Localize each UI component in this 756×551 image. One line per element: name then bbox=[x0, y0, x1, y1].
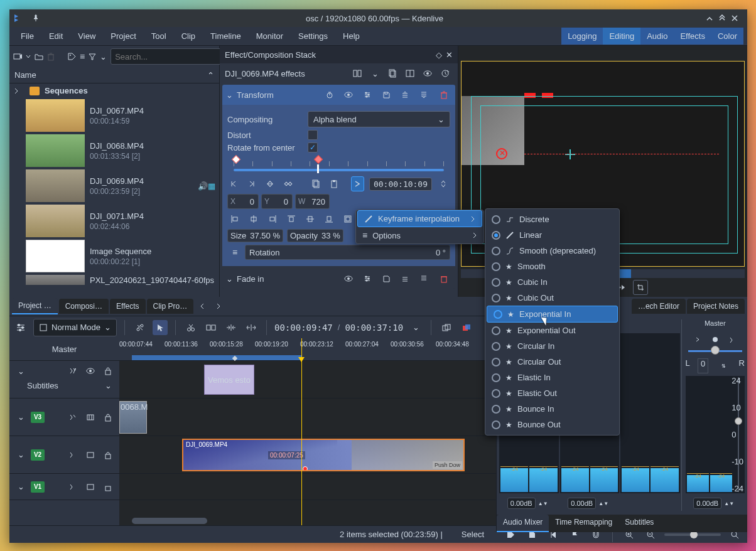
spacer-in-icon[interactable] bbox=[224, 320, 239, 335]
menu-settings[interactable]: Settings bbox=[291, 29, 335, 43]
db-field[interactable]: 0.00dB bbox=[507, 498, 536, 509]
effect-menu[interactable] bbox=[367, 66, 382, 81]
channel-mono-icon[interactable] bbox=[708, 332, 723, 347]
delete-effect-icon[interactable] bbox=[436, 271, 451, 286]
tab-compositions[interactable]: Composi… bbox=[59, 299, 109, 314]
move-up-icon[interactable] bbox=[397, 87, 413, 102]
bin-item[interactable]: Image Sequence 00:00:00:22 [1] bbox=[9, 238, 219, 274]
copy-effect-icon[interactable] bbox=[385, 66, 400, 81]
select-tool-icon[interactable] bbox=[153, 320, 168, 335]
interp-discrete[interactable]: Discrete bbox=[485, 211, 619, 227]
menu-edit[interactable]: Edit bbox=[41, 29, 70, 43]
close-button[interactable] bbox=[731, 14, 743, 22]
move-down-icon[interactable] bbox=[416, 87, 431, 102]
menu-monitor[interactable]: Monitor bbox=[249, 29, 291, 43]
v3-badge[interactable]: V3 bbox=[31, 412, 45, 423]
x-field[interactable]: X0 bbox=[227, 194, 259, 209]
menu-view[interactable]: View bbox=[70, 29, 103, 43]
color-overlay-icon[interactable] bbox=[459, 320, 474, 335]
timeline-settings-icon[interactable] bbox=[13, 320, 28, 335]
menu-help[interactable]: Help bbox=[335, 29, 367, 43]
filter-button[interactable] bbox=[89, 49, 96, 64]
interp-exponential-in[interactable]: Exponential In bbox=[487, 306, 618, 323]
tab-audio-mixer[interactable]: Audio Mixer bbox=[497, 515, 549, 532]
tab-speech-editor[interactable]: …ech Editor bbox=[632, 299, 686, 314]
align-bottom-icon[interactable] bbox=[321, 211, 337, 227]
volume-fader[interactable] bbox=[733, 377, 743, 492]
rotate-center-checkbox[interactable] bbox=[308, 142, 318, 152]
tab-subtitles[interactable]: Subtitles bbox=[618, 515, 660, 532]
add-clip-menu[interactable] bbox=[26, 49, 31, 64]
expand-track-icon[interactable] bbox=[13, 479, 28, 495]
channel-expand-icon[interactable] bbox=[691, 332, 706, 347]
db-field[interactable]: 0.00dB bbox=[693, 498, 721, 509]
timecode-menu[interactable] bbox=[408, 320, 423, 335]
lock-icon[interactable] bbox=[100, 447, 116, 463]
interp-cubic-out[interactable]: Cubic Out bbox=[485, 290, 619, 306]
timer-icon[interactable] bbox=[322, 87, 337, 102]
clip-v3[interactable]: 0068.M bbox=[119, 401, 147, 434]
interp-bounce-out[interactable]: Bounce Out bbox=[485, 417, 619, 432]
subtitle-clip[interactable]: Vemos esto bbox=[204, 365, 254, 395]
overlay-icon[interactable] bbox=[439, 320, 454, 335]
align-hcenter-icon[interactable] bbox=[246, 211, 261, 227]
interp-linear[interactable]: Linear bbox=[485, 227, 619, 243]
timeline-scrollbar[interactable] bbox=[132, 518, 207, 524]
tab-clip-properties[interactable]: Clip Pro… bbox=[147, 299, 194, 314]
db-spinner[interactable]: ▲▼ bbox=[721, 496, 737, 511]
copy-kf-button[interactable] bbox=[310, 176, 323, 191]
menu-clip[interactable]: Clip bbox=[174, 29, 203, 43]
film-icon[interactable] bbox=[83, 410, 98, 425]
tab-project-bin[interactable]: Project … bbox=[12, 298, 58, 314]
minimize-button[interactable] bbox=[706, 14, 718, 22]
w-field[interactable]: W720 bbox=[295, 194, 330, 209]
interp-elastic-out[interactable]: Elastic Out bbox=[485, 385, 619, 401]
visibility-icon[interactable] bbox=[341, 87, 356, 102]
timeline-current-tc[interactable]: 00:00:09:47 bbox=[274, 323, 333, 333]
spacer-out-icon[interactable] bbox=[244, 320, 259, 335]
menu-tool[interactable]: Tool bbox=[144, 29, 174, 43]
lock-icon[interactable] bbox=[100, 479, 116, 495]
delete-clip-button[interactable] bbox=[47, 49, 55, 64]
split-view-icon[interactable] bbox=[350, 66, 365, 81]
tag-button[interactable] bbox=[67, 49, 76, 64]
channel-fx-icon[interactable] bbox=[725, 332, 740, 347]
layout-color[interactable]: Color bbox=[711, 28, 743, 45]
remove-kf-button[interactable] bbox=[264, 176, 277, 191]
timeline-playhead[interactable] bbox=[301, 338, 302, 525]
cut-icon[interactable] bbox=[183, 320, 198, 335]
lock-icon[interactable] bbox=[100, 363, 116, 378]
handle-marker[interactable] bbox=[496, 148, 507, 159]
visibility-icon[interactable] bbox=[341, 271, 356, 286]
align-top-icon[interactable] bbox=[284, 211, 299, 227]
y-field[interactable]: Y0 bbox=[261, 194, 293, 209]
visibility-icon[interactable] bbox=[420, 66, 435, 81]
fx-icon[interactable] bbox=[65, 363, 80, 378]
search-input[interactable] bbox=[111, 48, 225, 65]
save-effect-icon[interactable] bbox=[379, 87, 394, 102]
close-panel-icon[interactable]: ✕ bbox=[446, 50, 453, 60]
layout-audio[interactable]: Audio bbox=[640, 28, 674, 45]
interp-circular-in[interactable]: Circular In bbox=[485, 338, 619, 354]
add-folder-button[interactable] bbox=[35, 49, 43, 64]
tab-time-remapping[interactable]: Time Remapping bbox=[549, 515, 618, 532]
bin-item[interactable]: DJI_0067.MP4 00:00:14:59 bbox=[9, 98, 219, 133]
prev-kf-button[interactable] bbox=[227, 176, 240, 191]
save-effect-icon[interactable] bbox=[379, 271, 394, 286]
menu-keyframe-interpolation[interactable]: Keyframe interpolation bbox=[357, 210, 482, 227]
menu-file[interactable]: File bbox=[13, 29, 41, 43]
kf-timecode[interactable]: 00:00:10:09 bbox=[369, 178, 432, 191]
add-clip-button[interactable] bbox=[13, 49, 22, 64]
zone-range[interactable] bbox=[132, 355, 301, 360]
lr-spinner[interactable]: ⇅ bbox=[716, 358, 731, 373]
maximize-button[interactable] bbox=[718, 14, 731, 22]
expand-track-icon[interactable] bbox=[13, 363, 28, 378]
tab-scroll-left[interactable] bbox=[195, 299, 210, 314]
db-field[interactable]: 0.00dB bbox=[568, 498, 596, 509]
delete-effect-icon[interactable] bbox=[436, 87, 451, 102]
tab-scroll-right[interactable] bbox=[211, 299, 226, 314]
bin-folder[interactable]: Sequences bbox=[9, 83, 219, 98]
bin-item[interactable]: DJI_0068.MP4 00:01:33:54 [2] bbox=[9, 133, 219, 168]
menu-project[interactable]: Project bbox=[103, 29, 143, 43]
bin-item[interactable]: DJI_0071.MP4 00:02:44:06 bbox=[9, 203, 219, 238]
